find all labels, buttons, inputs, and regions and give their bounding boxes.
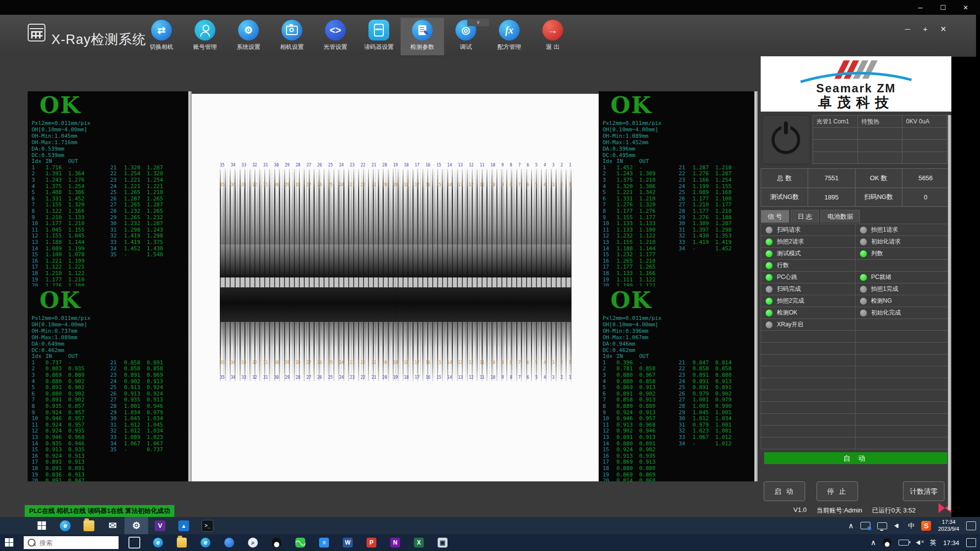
signal-empty-cell [761, 402, 856, 414]
notification-center-icon[interactable] [966, 521, 976, 530]
taskbar-icon-edge[interactable]: e [194, 534, 217, 551]
start-button[interactable]: 启 动 [764, 481, 805, 501]
measurement-info-line: OH-Min:0.737mm [32, 328, 189, 334]
signal-label: 扫码请求 [777, 226, 801, 234]
taskbar-icon-photos[interactable]: ▲ [172, 517, 196, 534]
finger-index-label: 9 [501, 163, 504, 167]
notification-center-icon[interactable] [966, 538, 976, 547]
tube-status-empty-cell [902, 152, 947, 164]
signal-label: XRay开启 [777, 320, 803, 329]
scrollbar[interactable] [188, 91, 192, 481]
taskbar-icon-app-purple[interactable]: V [148, 517, 172, 534]
taskbar-icon-wechat[interactable]: ◠◡ [288, 534, 312, 551]
taskbar-icon-pdf[interactable]: P [360, 534, 383, 551]
xray-image-viewport[interactable]: 3534333231302928272625242322212019181716… [192, 94, 599, 481]
measurement-row: 281.1771.210 [679, 208, 755, 215]
taskbar-search[interactable] [24, 536, 119, 549]
tab-0[interactable]: 信 号 [761, 210, 789, 223]
tab-2[interactable]: 电池数据 [820, 210, 860, 223]
toolbar-switch-camera[interactable]: ⇄ 切换相机 [140, 18, 183, 55]
app-blue-icon [224, 538, 234, 548]
taskbar-icon-window[interactable]: ▣ [431, 534, 454, 551]
led-off-icon [860, 286, 867, 293]
toolbar-camera-settings[interactable]: 相机设置 [270, 18, 314, 55]
seamark-logo-graphic: Seamark ZM 卓茂科技 [777, 58, 935, 110]
app-minimize-button[interactable]: ─ [905, 25, 910, 34]
finger-index-label: 8 [510, 360, 512, 365]
language-indicator[interactable]: 英 [930, 538, 936, 547]
counter-value: 7551 [808, 169, 855, 188]
start-menu-icon[interactable] [5, 538, 13, 547]
tray-expand-icon[interactable]: ∧ [848, 521, 854, 530]
stop-button[interactable]: 停 止 [817, 481, 858, 501]
qq-tray-icon[interactable] [883, 538, 892, 547]
led-on-icon [766, 238, 773, 245]
search-input[interactable] [39, 539, 105, 547]
toolbar-inspect-params[interactable]: 检测参数 [401, 18, 444, 55]
app-maximize-button[interactable]: + [923, 25, 928, 34]
debug-dropdown-caret[interactable]: ∨ [467, 19, 489, 26]
signal-empty-cell [856, 402, 950, 414]
toolbar-recipe[interactable]: fx 配方管理 [488, 18, 531, 55]
sogou-input-icon[interactable]: S [921, 521, 931, 531]
led-on-icon [766, 274, 773, 281]
signal-empty-cell [856, 426, 950, 437]
taskbar-icon-word[interactable]: W [336, 534, 360, 551]
ime-indicator[interactable]: 中 [908, 521, 914, 530]
toolbar-exit[interactable]: → 退 出 [531, 18, 574, 55]
scrollbar[interactable] [948, 115, 951, 510]
counter-reset-button[interactable]: 计数清零 [903, 481, 944, 501]
taskbar-icon-app-blue[interactable] [217, 534, 241, 551]
toolbar-reader-settings[interactable]: 读码器设置 [357, 18, 401, 55]
led-on-icon [766, 250, 773, 257]
window-maximize-button[interactable]: ☐ [932, 4, 954, 11]
taskbar-icon-onenote[interactable]: N [383, 534, 407, 551]
finger-index-label: 30 [274, 183, 279, 187]
led-on-icon [766, 298, 773, 305]
signal-label: 测试模式 [777, 249, 801, 258]
taskbar-icon-task-view[interactable] [122, 534, 146, 551]
taskbar-icon-terminal[interactable]: >_ [196, 517, 219, 534]
toolbar-system-settings[interactable]: ⚙ 系统设置 [227, 18, 270, 55]
taskbar-icon-file-explorer[interactable] [170, 534, 194, 551]
finger-index-label: 8 [510, 183, 512, 187]
clock[interactable]: 17:34 [943, 539, 959, 547]
measurement-row: 81.1221.166 [32, 208, 110, 215]
window-minimize-button[interactable]: ─ [909, 4, 932, 11]
tray-expand-icon[interactable]: ∧ [870, 538, 876, 547]
tab-1[interactable]: 日 志 [791, 210, 819, 223]
measurement-row: 200.8910.847 [32, 478, 110, 481]
counter-label: 总 数 [761, 169, 808, 188]
screen-cast-icon[interactable] [860, 522, 870, 529]
taskbar-icon-qq[interactable] [265, 534, 288, 551]
edge-icon: e [153, 538, 163, 548]
taskbar-icon-notebook[interactable]: ≡ [312, 534, 336, 551]
toolbar-tube-settings[interactable]: <> 光管设置 [314, 18, 357, 55]
taskbar-icon-mail[interactable]: ✉ [101, 517, 124, 534]
taskbar-icon-edge[interactable]: e [53, 517, 77, 534]
clock[interactable]: 17:34 2023/9/4 [938, 519, 959, 533]
taskbar-icon-excel[interactable]: X [407, 534, 431, 551]
speaker-muted-icon[interactable]: × [916, 539, 923, 546]
finger-index-label: 34 [231, 183, 236, 187]
window-close-button[interactable]: ✕ [954, 4, 977, 11]
svg-text:Seamark ZM: Seamark ZM [816, 81, 896, 95]
finger-index-label: 28 [295, 183, 300, 187]
toolbar-account[interactable]: 账号管理 [183, 18, 227, 55]
scrollbar[interactable] [754, 91, 758, 481]
xray-power-button[interactable] [762, 115, 810, 164]
speaker-icon[interactable] [894, 522, 901, 529]
finger-index-label: 14 [447, 360, 452, 365]
local-taskbar: ee⌕◠◡≡WPNX▣ ∧ × 英 17:34 [0, 534, 980, 551]
taskbar-icon-file-explorer[interactable] [77, 517, 101, 534]
measurement-row: 31.3751.210 [603, 177, 679, 184]
app-close-button[interactable]: ✕ [940, 25, 946, 34]
result-panel-left-bottom: OKPxl2mm=0.011mm/pixOH[0.10mm~4.00mm]OH-… [28, 286, 192, 481]
taskbar-icon-edge[interactable]: e [146, 534, 170, 551]
taskbar-icon-start[interactable] [30, 517, 53, 534]
battery-icon[interactable] [898, 540, 909, 546]
taskbar-icon-magnifier[interactable]: ⌕ [241, 534, 265, 551]
taskbar-icon-settings[interactable]: ⚙ [124, 517, 148, 534]
display-icon[interactable] [877, 522, 887, 529]
barcode-reader-icon [368, 20, 389, 40]
